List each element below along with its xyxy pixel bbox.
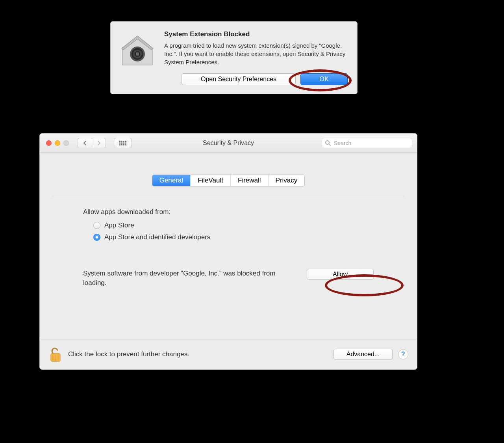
help-button[interactable]: ? xyxy=(398,349,408,359)
svg-rect-16 xyxy=(121,144,122,145)
radio-app-store-identified-label: App Store and identified developers xyxy=(104,233,210,241)
tab-filevault[interactable]: FileVault xyxy=(191,175,231,186)
tab-firewall[interactable]: Firewall xyxy=(231,175,269,186)
alert-body-text: A program tried to load new system exten… xyxy=(164,41,348,66)
advanced-button[interactable]: Advanced... xyxy=(334,349,393,360)
svg-rect-12 xyxy=(121,142,122,143)
svg-rect-13 xyxy=(123,142,124,143)
tab-bar: General FileVault Firewall Privacy xyxy=(152,175,305,186)
svg-rect-14 xyxy=(125,142,126,143)
allow-button[interactable]: Allow xyxy=(307,269,374,280)
svg-rect-7 xyxy=(119,141,120,142)
security-house-icon xyxy=(120,30,155,85)
chevron-left-icon xyxy=(83,140,87,146)
search-icon xyxy=(325,140,331,146)
svg-rect-11 xyxy=(119,142,120,143)
blocked-software-message: System software from developer “Google, … xyxy=(83,269,296,288)
svg-rect-10 xyxy=(125,141,126,142)
open-security-preferences-button[interactable]: Open Security Preferences xyxy=(182,73,296,85)
ok-button[interactable]: OK xyxy=(300,73,348,85)
window-titlebar: Security & Privacy xyxy=(40,134,417,153)
chevron-right-icon xyxy=(97,140,101,146)
security-privacy-window: Security & Privacy General FileVault Fir… xyxy=(39,133,417,370)
radio-app-store[interactable] xyxy=(93,222,100,229)
tab-general[interactable]: General xyxy=(152,175,191,186)
tab-privacy[interactable]: Privacy xyxy=(269,175,305,186)
forward-button[interactable] xyxy=(92,138,106,148)
svg-rect-17 xyxy=(123,144,124,145)
svg-rect-15 xyxy=(119,144,120,145)
unlocked-padlock-icon[interactable] xyxy=(48,346,63,362)
close-window-button[interactable] xyxy=(46,140,52,146)
show-all-button[interactable] xyxy=(114,138,132,148)
svg-line-20 xyxy=(329,144,330,145)
lock-hint-text: Click the lock to prevent further change… xyxy=(68,350,328,358)
alert-title: System Extension Blocked xyxy=(164,30,348,38)
minimize-window-button[interactable] xyxy=(55,140,60,146)
back-button[interactable] xyxy=(78,138,92,148)
allow-apps-label: Allow apps downloaded from: xyxy=(83,208,393,216)
window-controls xyxy=(46,140,69,146)
radio-app-store-identified[interactable] xyxy=(93,234,100,241)
svg-rect-8 xyxy=(121,141,122,142)
search-input[interactable] xyxy=(322,138,412,148)
radio-app-store-label: App Store xyxy=(104,222,134,229)
grid-icon xyxy=(119,141,126,145)
svg-rect-18 xyxy=(125,144,126,145)
svg-rect-9 xyxy=(123,141,124,142)
system-extension-alert: System Extension Blocked A program tried… xyxy=(110,21,358,94)
zoom-window-button[interactable] xyxy=(63,140,69,146)
svg-rect-6 xyxy=(136,52,139,56)
